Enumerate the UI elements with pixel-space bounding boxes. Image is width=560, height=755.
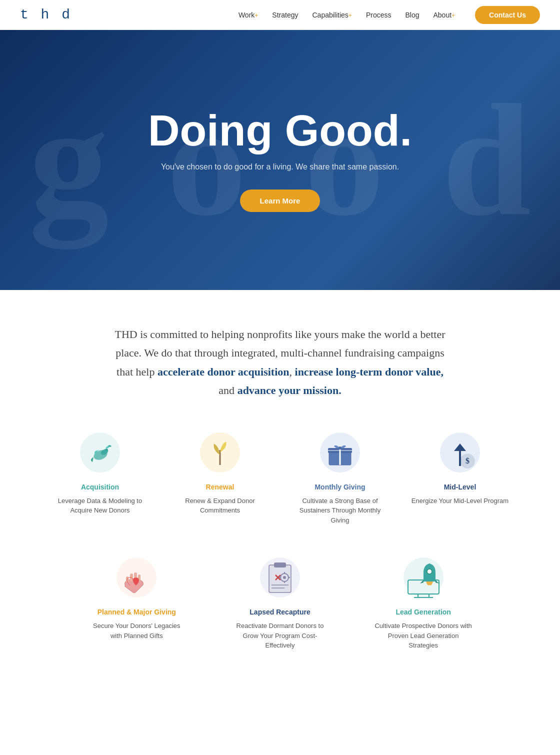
lead-generation-title: Lead Generation [374, 608, 474, 616]
logo[interactable]: t h d [20, 7, 72, 22]
services-section: Acquisition Leverage Data & Modeling to … [30, 430, 530, 650]
svg-rect-23 [274, 562, 286, 568]
acquisition-title: Acquisition [50, 483, 150, 491]
service-lapsed-recapture: Lapsed Recapture Reactivate Dormant Dono… [230, 555, 330, 650]
service-acquisition: Acquisition Leverage Data & Modeling to … [50, 430, 150, 526]
mission-text2: and [218, 384, 237, 396]
hero-content: Doing Good. You've chosen to do good for… [148, 108, 412, 212]
acquisition-icon [78, 430, 122, 475]
lapsed-recapture-desc: Reactivate Dormant Donors to Grow Your P… [230, 621, 330, 650]
nav-work[interactable]: Work+ [238, 11, 258, 19]
monthly-giving-title: Monthly Giving [290, 483, 390, 491]
mid-level-desc: Energize Your Mid-Level Program [410, 496, 510, 506]
service-renewal: Renewal Renew & Expand Donor Commitments [170, 430, 270, 526]
hero-title: Doing Good. [148, 108, 412, 152]
mid-level-icon: $ [438, 430, 482, 475]
nav-about[interactable]: About+ [433, 11, 455, 19]
lapsed-recapture-icon [258, 555, 302, 600]
monthly-giving-icon [318, 430, 362, 475]
services-row-1: Acquisition Leverage Data & Modeling to … [40, 430, 520, 526]
learn-more-button[interactable]: Learn More [240, 190, 320, 212]
renewal-title: Renewal [170, 483, 270, 491]
hero-subtitle: You've chosen to do good for a living. W… [148, 162, 412, 172]
svg-point-39 [427, 569, 432, 574]
svg-point-3 [105, 448, 108, 452]
svg-point-11 [338, 446, 342, 450]
mission-bold2: increase long-term donor value, [295, 366, 444, 378]
renewal-desc: Renew & Expand Donor Commitments [170, 496, 270, 516]
acquisition-desc: Leverage Data & Modeling to Acquire New … [50, 496, 150, 516]
nav-strategy[interactable]: Strategy [272, 11, 298, 19]
service-planned-giving: Planned & Major Giving Secure Your Donor… [86, 555, 186, 650]
renewal-icon [198, 430, 242, 475]
service-monthly-giving: Monthly Giving Cultivate a Strong Base o… [290, 430, 390, 526]
service-mid-level: $ Mid-Level Energize Your Mid-Level Prog… [410, 430, 510, 526]
planned-giving-icon [114, 555, 159, 600]
nav-links: Work+ Strategy Capabilities+ Process Blo… [238, 10, 455, 20]
mission-bold1: accelerate donor acquisition [158, 366, 290, 378]
mid-level-title: Mid-Level [410, 483, 510, 491]
services-row-2: Planned & Major Giving Secure Your Donor… [40, 555, 520, 650]
nav-blog[interactable]: Blog [405, 11, 419, 19]
mission-section: THD is committed to helping nonprofits l… [100, 325, 460, 400]
nav-capabilities[interactable]: Capabilities+ [312, 11, 352, 19]
navbar: t h d Work+ Strategy Capabilities+ Proce… [0, 0, 560, 30]
mission-bold3: advance your mission. [238, 384, 342, 396]
contact-button[interactable]: Contact Us [475, 6, 540, 24]
hero-section: g o o d Doing Good. You've chosen to do … [0, 30, 560, 290]
monthly-giving-desc: Cultivate a Strong Base of Sustainers Th… [290, 496, 390, 526]
nav-process[interactable]: Process [366, 11, 392, 19]
mission-comma: , [290, 366, 295, 378]
lead-generation-desc: Cultivate Prospective Donors with Proven… [374, 621, 474, 650]
lead-generation-icon [401, 555, 446, 600]
svg-point-29 [283, 576, 286, 579]
service-lead-generation: Lead Generation Cultivate Prospective Do… [374, 555, 474, 650]
planned-giving-title: Planned & Major Giving [86, 608, 186, 616]
lapsed-recapture-title: Lapsed Recapture [230, 608, 330, 616]
planned-giving-desc: Secure Your Donors' Legacies with Planne… [86, 621, 186, 640]
svg-text:$: $ [466, 456, 470, 465]
